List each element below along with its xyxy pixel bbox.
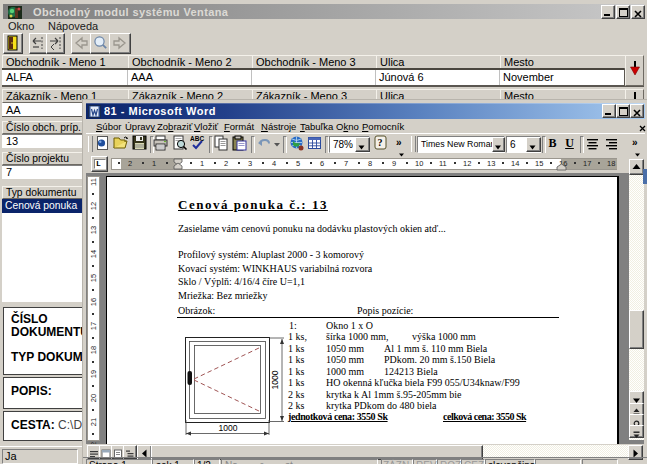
svg-text:ABC: ABC: [190, 135, 204, 142]
svg-text:?: ?: [378, 137, 383, 148]
svg-text:1000: 1000: [219, 423, 238, 433]
svg-text:1000: 1000: [270, 370, 280, 389]
